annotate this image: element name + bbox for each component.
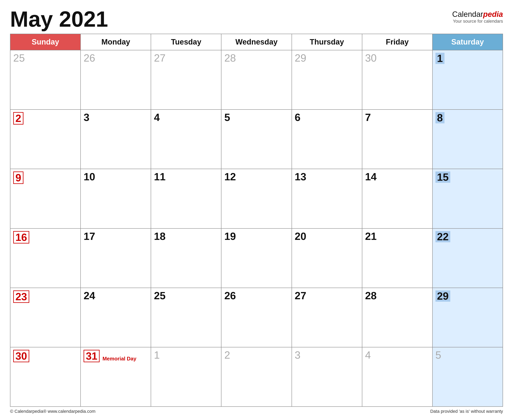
day-may-15: 15 (433, 169, 503, 228)
day-jun-4: 4 (362, 347, 433, 407)
day-may-29: 29 (433, 288, 503, 347)
header-tuesday: Tuesday (151, 34, 221, 50)
header-saturday: Saturday (433, 34, 503, 50)
brand-name: Calendarpedia (452, 10, 503, 19)
header-sunday: Sunday (10, 34, 81, 50)
day-may-13: 13 (292, 169, 362, 228)
day-may-9: 9 (10, 169, 81, 228)
calendar-page: May 2021 Calendarpedia Your source for c… (0, 0, 513, 420)
day-may-4: 4 (151, 110, 221, 169)
day-apr-30: 30 (362, 50, 433, 110)
page-footer: © Calendarpedia® www.calendarpedia.com D… (10, 407, 503, 414)
day-may-23: 23 (10, 288, 81, 347)
day-may-31: 31 Memorial Day (81, 347, 151, 407)
day-may-16: 16 (10, 229, 81, 288)
day-may-24: 24 (81, 288, 151, 347)
day-may-1: 1 (433, 50, 503, 110)
page-header: May 2021 Calendarpedia Your source for c… (10, 8, 503, 30)
day-may-28: 28 (362, 288, 433, 347)
day-may-22: 22 (433, 229, 503, 288)
footer-right: Data provided 'as is' without warranty (430, 409, 503, 414)
week-row-5: 23 24 25 26 27 28 29 (10, 288, 503, 347)
month-title: May 2021 (10, 8, 108, 30)
day-may-26: 26 (221, 288, 292, 347)
day-may-21: 21 (362, 229, 433, 288)
week-row-1: 25 26 27 28 29 30 1 (10, 50, 503, 110)
day-may-20: 20 (292, 229, 362, 288)
day-jun-2: 2 (221, 347, 292, 407)
day-may-7: 7 (362, 110, 433, 169)
day-may-10: 10 (81, 169, 151, 228)
week-row-3: 9 10 11 12 13 14 15 (10, 169, 503, 228)
day-jun-1: 1 (151, 347, 221, 407)
day-may-27: 27 (292, 288, 362, 347)
brand-name-styled: pedia (483, 10, 503, 18)
calendar-grid: Sunday Monday Tuesday Wednesday Thursday… (10, 34, 503, 407)
brand-tagline: Your source for calendars (452, 19, 503, 24)
memorial-day-label: Memorial Day (103, 356, 136, 362)
day-jun-3: 3 (292, 347, 362, 407)
day-may-25: 25 (151, 288, 221, 347)
day-apr-26: 26 (81, 50, 151, 110)
week-row-4: 16 17 18 19 20 21 22 (10, 229, 503, 288)
day-may-14: 14 (362, 169, 433, 228)
day-may-2: 2 (10, 110, 81, 169)
day-may-19: 19 (221, 229, 292, 288)
day-may-3: 3 (81, 110, 151, 169)
day-apr-27: 27 (151, 50, 221, 110)
brand: Calendarpedia Your source for calendars (452, 8, 503, 24)
header-wednesday: Wednesday (221, 34, 292, 50)
day-may-30: 30 (10, 347, 81, 407)
day-may-12: 12 (221, 169, 292, 228)
day-may-5: 5 (221, 110, 292, 169)
day-may-6: 6 (292, 110, 362, 169)
header-thursday: Thursday (292, 34, 362, 50)
day-may-8: 8 (433, 110, 503, 169)
header-monday: Monday (81, 34, 151, 50)
day-apr-29: 29 (292, 50, 362, 110)
week-row-6: 30 31 Memorial Day 1 2 3 4 5 (10, 347, 503, 407)
day-apr-28: 28 (221, 50, 292, 110)
calendar-body: 25 26 27 28 29 30 1 2 3 4 5 6 7 8 9 10 (10, 50, 503, 407)
header-friday: Friday (362, 34, 433, 50)
day-jun-5: 5 (433, 347, 503, 407)
week-row-2: 2 3 4 5 6 7 8 (10, 110, 503, 169)
day-may-17: 17 (81, 229, 151, 288)
day-may-18: 18 (151, 229, 221, 288)
day-apr-25: 25 (10, 50, 81, 110)
day-headers-row: Sunday Monday Tuesday Wednesday Thursday… (10, 34, 503, 50)
footer-left: © Calendarpedia® www.calendarpedia.com (10, 409, 95, 414)
day-may-11: 11 (151, 169, 221, 228)
